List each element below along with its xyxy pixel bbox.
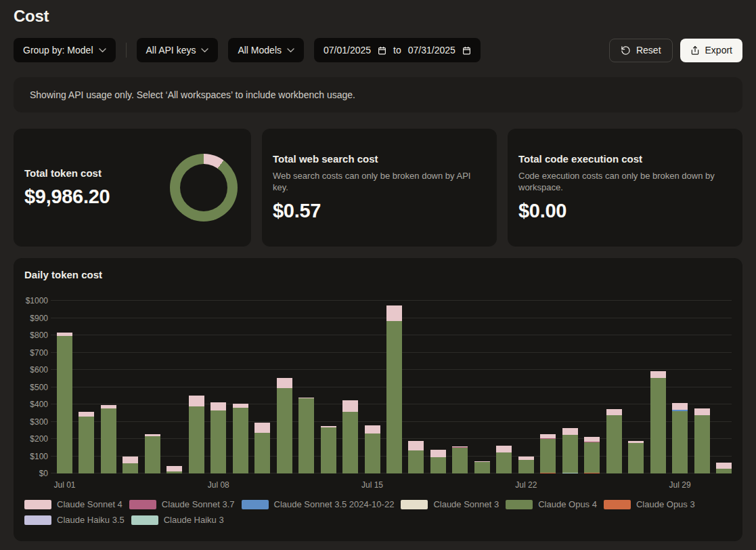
bar-jul-20[interactable] (474, 301, 490, 473)
bar-segment-sonnet4 (452, 446, 468, 447)
date-start-input[interactable]: 07/01/2025 (324, 45, 371, 56)
bar-jul-22[interactable] (518, 301, 534, 473)
export-button[interactable]: Export (680, 39, 742, 62)
cost-page: Cost Group by: Model All API keys All Mo… (0, 0, 756, 550)
bar-jul-15[interactable] (365, 301, 380, 473)
bar-jul-26[interactable] (606, 301, 622, 473)
bar-segment-sonnet4 (672, 403, 688, 410)
bar-segment-sonnet4 (57, 333, 72, 337)
bar-segment-opus4 (430, 457, 446, 473)
bar-segment-sonnet4 (694, 408, 710, 415)
chart-bars (57, 301, 732, 473)
bar-segment-opus4 (166, 471, 182, 473)
bar-jul-03[interactable] (101, 301, 116, 473)
bar-segment-opus3 (540, 473, 556, 473)
chevron-down-icon (287, 48, 294, 53)
api-keys-select[interactable]: All API keys (137, 38, 219, 62)
bar-segment-sonnet4 (254, 423, 270, 433)
bar-segment-sonnet4 (365, 425, 380, 433)
legend-swatch (24, 515, 51, 525)
legend-label: Claude Haiku 3.5 (57, 515, 125, 525)
filter-group: Group by: Model All API keys All Models (14, 38, 609, 62)
calendar-icon[interactable] (462, 46, 471, 55)
bar-segment-haiku3 (562, 473, 578, 473)
bar-segment-sonnet4 (496, 446, 512, 452)
legend-item-opus3[interactable]: Claude Opus 3 (604, 499, 695, 509)
legend-item-sonnet3[interactable]: Claude Sonnet 3 (401, 499, 499, 509)
bar-jul-21[interactable] (496, 301, 512, 473)
token-card-text: Total token cost $9,986.20 (24, 167, 110, 208)
reset-button[interactable]: Reset (609, 39, 673, 62)
bar-segment-opus4 (606, 415, 622, 473)
share-icon (690, 45, 700, 56)
bar-jul-08[interactable] (210, 301, 226, 473)
bar-segment-opus4 (321, 427, 336, 473)
legend-item-opus4[interactable]: Claude Opus 4 (506, 499, 597, 509)
card-description: Code execution costs can only be broken … (518, 171, 721, 193)
total-token-cost-card: Total token cost $9,986.20 (14, 129, 251, 247)
bar-jul-18[interactable] (430, 301, 446, 473)
banner-text: Showing API usage only. Select ‘All work… (30, 89, 355, 100)
date-range-to-label: to (393, 45, 401, 56)
bar-jul-16[interactable] (386, 301, 402, 473)
bar-jul-27[interactable] (628, 301, 644, 473)
chart-x-axis-labels: Jul 01Jul 08Jul 15Jul 22Jul 29 (57, 480, 732, 491)
bar-jul-02[interactable] (79, 301, 94, 473)
bar-jul-07[interactable] (189, 301, 204, 473)
legend-item-sonnet4[interactable]: Claude Sonnet 4 (24, 499, 123, 509)
chevron-down-icon (201, 48, 208, 53)
bar-segment-sonnet4 (716, 463, 732, 469)
legend-item-haiku3[interactable]: Claude Haiku 3 (131, 515, 224, 525)
bar-jul-23[interactable] (540, 301, 556, 473)
bar-segment-sonnet37 (452, 447, 468, 448)
legend-item-sonnet37[interactable]: Claude Sonnet 3.7 (129, 499, 235, 509)
bar-segment-opus4 (496, 452, 512, 473)
bar-jul-10[interactable] (254, 301, 270, 473)
group-by-select[interactable]: Group by: Model (14, 38, 116, 62)
bar-segment-sonnet4 (562, 428, 578, 435)
bar-segment-sonnet4 (166, 466, 182, 471)
legend-label: Claude Haiku 3 (164, 515, 224, 525)
bar-jul-17[interactable] (408, 301, 424, 473)
bar-jul-05[interactable] (145, 301, 160, 473)
bar-jul-31[interactable] (716, 301, 732, 473)
bar-jul-04[interactable] (123, 301, 138, 473)
bar-jul-14[interactable] (342, 301, 358, 473)
bar-jul-01[interactable] (57, 301, 72, 473)
api-keys-label: All API keys (146, 45, 196, 56)
legend-label: Claude Opus 4 (538, 499, 597, 509)
card-description: Web search costs can only be broken down… (273, 171, 476, 193)
bar-jul-28[interactable] (650, 301, 666, 473)
bar-segment-opus4 (540, 439, 556, 473)
bar-jul-19[interactable] (452, 301, 468, 473)
bar-segment-opus3 (584, 473, 600, 473)
legend-item-haiku35[interactable]: Claude Haiku 3.5 (24, 515, 125, 525)
bar-jul-30[interactable] (694, 301, 710, 473)
chevron-down-icon (99, 48, 106, 53)
bar-segment-opus4 (452, 448, 468, 473)
bar-segment-sonnet4 (430, 450, 446, 457)
bar-segment-sonnet4 (474, 461, 490, 462)
bar-segment-sonnet4 (518, 457, 534, 460)
bar-jul-12[interactable] (298, 301, 314, 473)
legend-label: Claude Opus 3 (636, 499, 695, 509)
bar-segment-opus4 (562, 435, 578, 473)
bar-segment-opus4 (408, 450, 424, 473)
bar-segment-opus4 (342, 412, 358, 473)
calendar-icon[interactable] (378, 46, 386, 55)
bar-jul-09[interactable] (233, 301, 248, 473)
legend-swatch (242, 500, 269, 509)
bar-segment-opus4 (277, 388, 292, 473)
bar-segment-opus4 (694, 415, 710, 473)
models-select[interactable]: All Models (228, 38, 304, 62)
bar-jul-29[interactable] (672, 301, 688, 473)
bar-segment-opus4 (101, 408, 116, 473)
bar-jul-24[interactable] (562, 301, 578, 473)
bar-jul-11[interactable] (277, 301, 292, 473)
bar-segment-sonnet35 (672, 410, 688, 411)
date-end-input[interactable]: 07/31/2025 (408, 45, 455, 56)
bar-jul-13[interactable] (321, 301, 336, 473)
bar-jul-25[interactable] (584, 301, 600, 473)
legend-item-sonnet35[interactable]: Claude Sonnet 3.5 2024-10-22 (242, 499, 395, 509)
bar-jul-06[interactable] (166, 301, 182, 473)
